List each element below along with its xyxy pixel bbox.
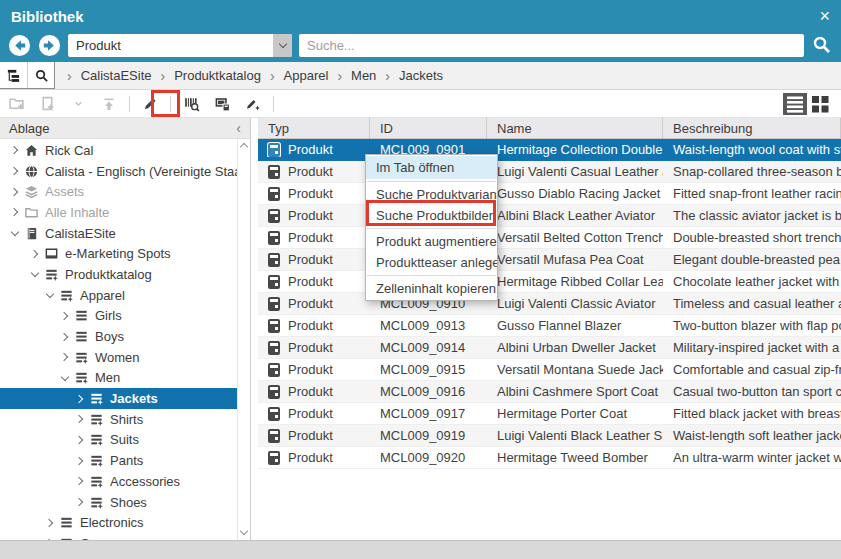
back-button[interactable] <box>8 34 31 57</box>
search-icon[interactable] <box>811 34 833 56</box>
table-row[interactable]: ProduktVersatil Mufasa Pea CoatElegant d… <box>258 249 841 271</box>
chevron-down-icon[interactable] <box>8 227 20 239</box>
edit-button[interactable] <box>139 93 161 115</box>
tree-item-assets[interactable]: Assets <box>0 181 237 202</box>
chevron-right-icon[interactable] <box>8 144 20 156</box>
table-row[interactable]: ProduktMCL009_0916Albini Cashmere Sport … <box>258 381 841 403</box>
menu-item-zelleninhalt-kopieren[interactable]: Zelleninhalt kopieren <box>366 278 497 299</box>
table-row[interactable]: ProduktMCL009_0913Gusso Flannel BlazerTw… <box>258 315 841 337</box>
tree-item-shoes[interactable]: Shoes <box>0 492 237 513</box>
table-row[interactable]: ProduktMCL009_0914Albini Urban Dweller J… <box>258 337 841 359</box>
tree-item-electronics[interactable]: Electronics <box>0 512 237 533</box>
new-item-dropdown-button[interactable] <box>67 93 89 115</box>
column-header-id[interactable]: ID <box>370 118 487 138</box>
product-images-button[interactable] <box>211 93 233 115</box>
pen-star-button[interactable] <box>242 93 264 115</box>
chevron-right-icon[interactable] <box>8 186 20 198</box>
chevron-right-icon[interactable] <box>43 517 55 529</box>
move-up-button[interactable] <box>98 93 120 115</box>
chevron-right-icon[interactable] <box>73 413 85 425</box>
table-row[interactable]: ProduktVersatil Belted Cotton TrenchDoub… <box>258 227 841 249</box>
product-type-icon <box>268 341 280 355</box>
tree-item-girls[interactable]: Girls <box>0 306 237 327</box>
tree-item-men[interactable]: Men <box>0 368 237 389</box>
panel-splitter[interactable] <box>251 118 258 540</box>
chevron-right-icon[interactable] <box>73 496 85 508</box>
table-row[interactable]: ProduktMCL009_0915Versatil Montana Suede… <box>258 359 841 381</box>
tree-item-apparel[interactable]: Apparel <box>0 285 237 306</box>
table-row[interactable]: ProduktMCL009_0919Luigi Valenti Black Le… <box>258 425 841 447</box>
chevron-right-icon[interactable] <box>73 475 85 487</box>
menu-separator <box>367 228 496 229</box>
breadcrumb-item[interactable]: Produktkatalog <box>174 68 261 83</box>
table-row[interactable]: ProduktAlbini Black Leather AviatorThe c… <box>258 205 841 227</box>
table-row[interactable]: ProduktMCL009_0910Luigi Valenti Classic … <box>258 293 841 315</box>
upload-icon <box>101 96 117 112</box>
scroll-down-icon[interactable] <box>240 527 248 535</box>
breadcrumb-item[interactable]: CalistaESite <box>81 68 152 83</box>
barcode-search-button[interactable] <box>180 93 202 115</box>
tree-item-e-marketing-spots[interactable]: e-Marketing Spots <box>0 243 237 264</box>
table-row[interactable]: ProduktGusso Diablo Racing JacketFitted … <box>258 183 841 205</box>
chevron-right-icon[interactable] <box>58 331 70 343</box>
tree-item-rick-cal[interactable]: Rick Cal <box>0 140 237 161</box>
new-item-button[interactable] <box>36 93 58 115</box>
scroll-up-icon[interactable] <box>240 143 248 151</box>
chevron-right-icon[interactable] <box>58 310 70 322</box>
chevron-down-icon[interactable] <box>43 289 55 301</box>
chevron-right-icon[interactable] <box>8 165 20 177</box>
tree-item-alle-inhalte[interactable]: Alle Inhalte <box>0 202 237 223</box>
search-view-tab[interactable] <box>27 62 54 88</box>
menu-item-produkt-augmentieren[interactable]: Produkt augmentieren <box>366 231 497 252</box>
chevron-right-icon[interactable] <box>28 248 40 260</box>
chevron-right-icon[interactable] <box>58 351 70 363</box>
chevron-down-icon[interactable] <box>28 268 40 280</box>
grid-view-button[interactable] <box>808 93 832 115</box>
tree-item-calistaesite[interactable]: CalistaESite <box>0 223 237 244</box>
new-folder-button[interactable] <box>5 93 27 115</box>
column-header-name[interactable]: Name <box>487 118 663 138</box>
tree-item-label: Shoes <box>110 495 147 510</box>
description-cell: Waist-length soft leather jacket… <box>663 428 841 443</box>
chevron-down-icon[interactable] <box>58 372 70 384</box>
table-row[interactable]: ProduktLuigi Valenti Casual Leather Ja…S… <box>258 161 841 183</box>
tree-item-women[interactable]: Women <box>0 347 237 368</box>
menu-item-produktteaser-anlegen[interactable]: Produktteaser anlegen <box>366 252 497 273</box>
menu-item-suche-produktbilder[interactable]: Suche Produktbilder <box>366 205 497 226</box>
chevron-right-icon[interactable] <box>73 434 85 446</box>
name-cell: Gusso Flannel Blazer <box>487 318 663 333</box>
tree-item-boys[interactable]: Boys <box>0 326 237 347</box>
tree-item-jackets[interactable]: Jackets <box>0 388 237 409</box>
column-header-typ[interactable]: Typ <box>258 118 370 138</box>
sidebar-scrollbar[interactable] <box>237 139 250 540</box>
breadcrumb-item[interactable]: Jackets <box>399 68 443 83</box>
chevron-right-icon[interactable] <box>73 393 85 405</box>
tree-item-suits[interactable]: Suits <box>0 430 237 451</box>
tree-item-produktkatalog[interactable]: Produktkatalog <box>0 264 237 285</box>
tree-view-tab[interactable] <box>0 62 27 88</box>
tree-item-grocery[interactable]: Grocery <box>0 533 237 540</box>
tree-item-shirts[interactable]: Shirts <box>0 409 237 430</box>
menu-item-suche-produktvarianten[interactable]: Suche Produktvarianten <box>366 184 497 205</box>
chevron-right-icon[interactable] <box>8 206 20 218</box>
table-row[interactable]: ProduktHermitage Ribbed Collar Leathe…Ch… <box>258 271 841 293</box>
type-filter-dropdown[interactable]: Produkt <box>68 34 292 57</box>
tree-item-accessories[interactable]: Accessories <box>0 471 237 492</box>
id-cell: MCL009_0920 <box>370 450 487 465</box>
table-row[interactable]: ProduktMCL009_0901Hermitage Collection D… <box>258 139 841 161</box>
breadcrumb-item[interactable]: Men <box>351 68 376 83</box>
table-row[interactable]: ProduktMCL009_0917Hermitage Porter CoatF… <box>258 403 841 425</box>
column-header-beschreibung[interactable]: Beschreibung <box>663 118 841 138</box>
list-view-button[interactable] <box>783 93 807 115</box>
dropdown-button[interactable] <box>273 34 292 57</box>
table-row[interactable]: ProduktMCL009_0920Hermitage Tweed Bomber… <box>258 447 841 469</box>
search-input[interactable] <box>299 34 804 57</box>
tree-item-calista-englisch-vereinigte-staaten-[interactable]: Calista - Englisch (Vereinigte Staaten) <box>0 161 237 182</box>
tree-item-pants[interactable]: Pants <box>0 450 237 471</box>
breadcrumb-item[interactable]: Apparel <box>284 68 329 83</box>
collapse-sidebar-button[interactable]: ‹ <box>236 120 241 136</box>
forward-button[interactable] <box>38 34 61 57</box>
chevron-right-icon[interactable] <box>73 455 85 467</box>
close-icon[interactable]: × <box>819 7 830 25</box>
menu-item-im-tab-öffnen[interactable]: Im Tab öffnen <box>366 156 497 179</box>
